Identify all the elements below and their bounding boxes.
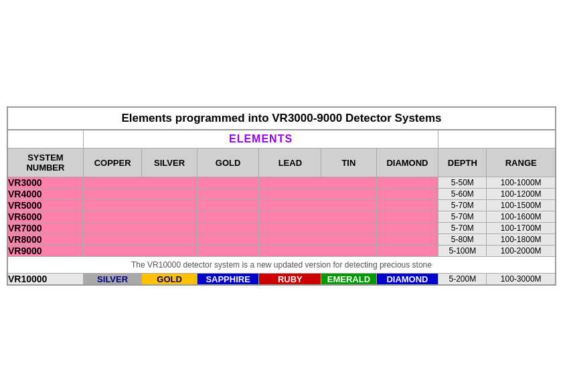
col-lead: LEAD <box>259 149 321 177</box>
col-tin: TIN <box>321 149 376 177</box>
system-label-VR3000: VR3000 <box>7 177 83 189</box>
table-row: VR50005-70M100-1500M <box>7 200 556 211</box>
element-cell-3-4 <box>321 211 376 223</box>
main-table: Elements programmed into VR3000-9000 Det… <box>7 106 556 286</box>
element-cell-4-2 <box>197 223 259 234</box>
element-cell-0-4 <box>321 177 376 189</box>
col-system-number: SYSTEM NUMBER <box>7 149 83 177</box>
vr10000-diamond-cell: DIAMOND <box>376 274 438 286</box>
col-depth: DEPTH <box>438 149 487 177</box>
table-row: VR90005-100M100-2000M <box>7 246 556 257</box>
table-row: VR80005-80M100-1800M <box>7 234 556 246</box>
range-VR6000: 100-1600M <box>487 211 556 223</box>
element-cell-6-1 <box>142 246 197 257</box>
element-cell-1-2 <box>197 189 259 200</box>
table-row: VR70005-70M100-1700M <box>7 223 556 234</box>
system-label-VR5000: VR5000 <box>7 200 83 211</box>
vr10000-sapphire-cell: SAPPHIRE <box>197 274 259 286</box>
element-cell-0-5 <box>376 177 438 189</box>
note-row: The VR10000 detector system is a new upd… <box>7 257 556 274</box>
col-range: RANGE <box>487 149 556 177</box>
element-cell-2-4 <box>321 200 376 211</box>
element-cell-1-4 <box>321 189 376 200</box>
depth-VR5000: 5-70M <box>438 200 487 211</box>
depth-VR4000: 5-60M <box>438 189 487 200</box>
element-cell-4-3 <box>259 223 321 234</box>
element-cell-1-5 <box>376 189 438 200</box>
element-cell-6-0 <box>83 246 142 257</box>
range-VR9000: 100-2000M <box>487 246 556 257</box>
element-cell-1-0 <box>83 189 142 200</box>
elements-header-row: ELEMENTS <box>7 130 556 149</box>
element-cell-0-0 <box>83 177 142 189</box>
col-diamond: DIAMOND <box>376 149 438 177</box>
element-cell-6-4 <box>321 246 376 257</box>
system-number-spacer <box>7 130 83 149</box>
element-cell-5-4 <box>321 234 376 246</box>
vr10000-emerald-cell: EMERALD <box>321 274 376 286</box>
range-VR3000: 100-1000M <box>487 177 556 189</box>
element-cell-2-2 <box>197 200 259 211</box>
element-cell-4-5 <box>376 223 438 234</box>
element-cell-6-5 <box>376 246 438 257</box>
table-row: VR30005-50M100-1000M <box>7 177 556 189</box>
col-copper: COPPER <box>83 149 142 177</box>
system-label-VR9000: VR9000 <box>7 246 83 257</box>
vr10000-ruby-cell: RUBY <box>259 274 321 286</box>
element-cell-5-3 <box>259 234 321 246</box>
element-cell-2-5 <box>376 200 438 211</box>
depth-VR6000: 5-70M <box>438 211 487 223</box>
element-cell-3-5 <box>376 211 438 223</box>
table-title: Elements programmed into VR3000-9000 Det… <box>7 107 556 130</box>
right-spacer <box>438 130 556 149</box>
element-cell-1-1 <box>142 189 197 200</box>
col-gold: GOLD <box>197 149 259 177</box>
title-row: Elements programmed into VR3000-9000 Det… <box>7 107 556 130</box>
elements-group-header: ELEMENTS <box>83 130 438 149</box>
element-cell-3-3 <box>259 211 321 223</box>
table-row: VR40005-60M100-1200M <box>7 189 556 200</box>
element-cell-4-0 <box>83 223 142 234</box>
range-VR5000: 100-1500M <box>487 200 556 211</box>
element-cell-3-1 <box>142 211 197 223</box>
depth-VR8000: 5-80M <box>438 234 487 246</box>
vr10000-gold-cell: GOLD <box>142 274 197 286</box>
depth-VR3000: 5-50M <box>438 177 487 189</box>
element-cell-2-3 <box>259 200 321 211</box>
element-cell-4-1 <box>142 223 197 234</box>
element-cell-2-1 <box>142 200 197 211</box>
depth-VR7000: 5-70M <box>438 223 487 234</box>
table-row: VR60005-70M100-1600M <box>7 211 556 223</box>
element-cell-1-3 <box>259 189 321 200</box>
element-cell-4-4 <box>321 223 376 234</box>
system-label-VR7000: VR7000 <box>7 223 83 234</box>
range-VR4000: 100-1200M <box>487 189 556 200</box>
element-cell-5-2 <box>197 234 259 246</box>
element-cell-3-0 <box>83 211 142 223</box>
element-cell-2-0 <box>83 200 142 211</box>
note-text: The VR10000 detector system is a new upd… <box>7 257 556 274</box>
element-cell-6-2 <box>197 246 259 257</box>
element-cell-5-1 <box>142 234 197 246</box>
depth-VR9000: 5-100M <box>438 246 487 257</box>
element-cell-0-1 <box>142 177 197 189</box>
col-silver: SILVER <box>142 149 197 177</box>
range-VR7000: 100-1700M <box>487 223 556 234</box>
vr10000-range: 100-3000M <box>487 274 556 286</box>
column-header-row: SYSTEM NUMBER COPPER SILVER GOLD LEAD TI… <box>7 149 556 177</box>
elements-label: ELEMENTS <box>229 133 293 144</box>
element-cell-6-3 <box>259 246 321 257</box>
vr10000-silver-cell: SILVER <box>83 274 142 286</box>
system-label-VR4000: VR4000 <box>7 189 83 200</box>
element-cell-5-0 <box>83 234 142 246</box>
range-VR8000: 100-1800M <box>487 234 556 246</box>
vr10000-row: VR10000 SILVER GOLD SAPPHIRE RUBY EMERAL… <box>7 274 556 286</box>
vr10000-depth: 5-200M <box>438 274 487 286</box>
system-label-VR6000: VR6000 <box>7 211 83 223</box>
vr10000-system-label: VR10000 <box>7 274 83 286</box>
element-cell-0-2 <box>197 177 259 189</box>
element-cell-3-2 <box>197 211 259 223</box>
element-cell-0-3 <box>259 177 321 189</box>
system-label-VR8000: VR8000 <box>7 234 83 246</box>
element-cell-5-5 <box>376 234 438 246</box>
